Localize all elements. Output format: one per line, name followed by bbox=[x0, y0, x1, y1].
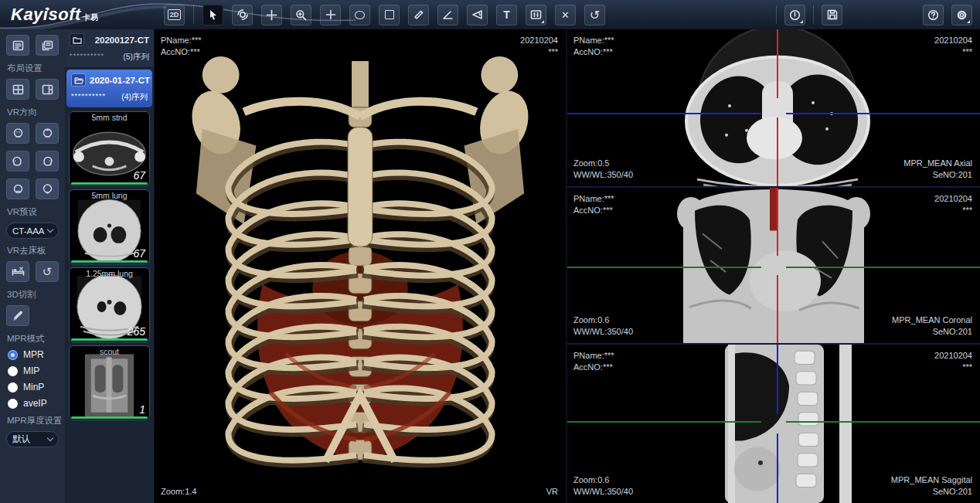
crosshair-tool-button[interactable] bbox=[320, 5, 341, 25]
vr-reset-button[interactable]: ↺ bbox=[36, 261, 59, 282]
cut-tool-button[interactable] bbox=[6, 305, 29, 326]
axial-viewport[interactable]: PName:***AccNO:*** 20210204*** Zoom:0.5W… bbox=[567, 29, 980, 188]
dropdown-corner bbox=[967, 20, 970, 23]
ellipse-icon bbox=[355, 11, 365, 19]
layout-split-button[interactable] bbox=[36, 79, 59, 100]
delete-annotation-button[interactable]: ✕ bbox=[555, 5, 576, 25]
window-preset-button[interactable] bbox=[526, 5, 546, 25]
head-top-icon bbox=[12, 183, 24, 195]
cut-section-label: 3D切割 bbox=[7, 289, 59, 301]
measure-tool-button[interactable] bbox=[408, 5, 429, 25]
patient-id-masked: ********** bbox=[71, 92, 106, 103]
report-info-button[interactable] bbox=[784, 5, 805, 25]
logo-star-icon: ✦ bbox=[45, 5, 51, 13]
study-title: 20200127-CT bbox=[88, 36, 149, 45]
vr-viewport[interactable]: PName:***AccNO:*** 20210204*** Zoom:1.4 … bbox=[155, 29, 567, 503]
thickness-dropdown[interactable]: 默认 bbox=[6, 431, 59, 447]
sagittal-viewport[interactable]: PName:***AccNO:*** 20210204*** Zoom:0.6W… bbox=[567, 345, 980, 503]
series-thumbnail[interactable]: 5mm stnd 67 bbox=[69, 111, 150, 186]
mpr-mode-option-mpr[interactable]: MPR bbox=[8, 349, 59, 360]
thumbnail-count: 1 bbox=[139, 403, 145, 416]
panel-layout-toggle-button[interactable] bbox=[36, 35, 59, 56]
head-left-icon bbox=[12, 156, 24, 167]
reset-view-button[interactable]: ↺ bbox=[584, 5, 605, 25]
thumbnail-progress-bar bbox=[71, 338, 148, 341]
folder-open-icon bbox=[71, 73, 86, 87]
layout-grid-icon bbox=[12, 84, 24, 95]
zoom-in-icon bbox=[295, 9, 307, 21]
study-item[interactable]: 20200127-CT ********** (5)序列 bbox=[65, 29, 154, 68]
vr-direction-section-label: VR方向 bbox=[7, 107, 59, 118]
pan-tool-button[interactable] bbox=[261, 5, 282, 25]
vr-reset-icon: ↺ bbox=[43, 265, 53, 279]
mpr-mode-option-aveip[interactable]: aveIP bbox=[8, 398, 59, 409]
series-thumbnail[interactable]: 5mm lung 67 bbox=[69, 189, 150, 264]
thumbnail-label: scout bbox=[70, 347, 149, 356]
cursor-tool-button[interactable] bbox=[202, 5, 223, 25]
thumbnail-image bbox=[70, 352, 149, 419]
series-count: (4)序列 bbox=[121, 92, 148, 103]
series-thumbnail[interactable]: 1.25mm lung 265 bbox=[69, 267, 150, 342]
vr-preset-value: CT-AAA bbox=[12, 226, 45, 236]
layout-grid-button[interactable] bbox=[6, 79, 29, 100]
mpr-mode-option-mip[interactable]: MIP bbox=[8, 365, 59, 376]
cobb-angle-tool-button[interactable] bbox=[467, 5, 488, 25]
cursor-icon bbox=[208, 9, 219, 20]
app-window: Kayisoft 卡易 ✦ 2D bbox=[0, 0, 980, 503]
chevron-down-icon bbox=[47, 226, 53, 233]
zoom-tool-button[interactable] bbox=[291, 5, 311, 25]
power-info-icon bbox=[789, 9, 801, 21]
vr-rendered-image bbox=[155, 29, 566, 503]
mpr-mode-section-label: MPR模式 bbox=[7, 333, 59, 345]
settings-button[interactable] bbox=[951, 5, 972, 25]
save-icon bbox=[827, 9, 838, 20]
mpr-mode-option-minp[interactable]: MinP bbox=[8, 382, 59, 393]
coronal-image bbox=[567, 188, 980, 343]
series-list-toggle-button[interactable] bbox=[6, 35, 29, 56]
view-2d-button[interactable]: 2D bbox=[164, 5, 185, 25]
text-tool-button[interactable]: T bbox=[496, 5, 517, 25]
thumbnail-label: 5mm lung bbox=[70, 191, 149, 200]
axial-image bbox=[567, 29, 980, 186]
save-button[interactable] bbox=[822, 5, 842, 25]
rectangle-tool-button[interactable] bbox=[379, 5, 400, 25]
ruler-pencil-icon bbox=[413, 9, 424, 21]
thickness-value: 默认 bbox=[12, 433, 30, 445]
ellipse-tool-button[interactable] bbox=[349, 5, 370, 25]
vr-orient-foot-button[interactable] bbox=[36, 178, 59, 199]
vr-preset-dropdown[interactable]: CT-AAA bbox=[6, 223, 59, 239]
crosshair-icon bbox=[325, 9, 336, 20]
radio-selected-icon bbox=[8, 350, 18, 360]
remove-bed-icon bbox=[12, 267, 25, 277]
angle-tool-button[interactable] bbox=[437, 5, 458, 25]
app-logo-cn: 卡易 bbox=[83, 12, 98, 23]
rotate-3d-button[interactable] bbox=[232, 5, 253, 25]
vr-preset-section-label: VR预设 bbox=[7, 206, 59, 218]
vr-orient-left-button[interactable] bbox=[6, 151, 29, 172]
series-count: (5)序列 bbox=[123, 52, 149, 63]
top-bar: Kayisoft 卡易 ✦ 2D bbox=[0, 0, 980, 29]
2d-icon: 2D bbox=[168, 9, 182, 20]
thickness-section-label: MPR厚度设置 bbox=[7, 415, 59, 427]
chevron-down-icon bbox=[47, 435, 53, 441]
toolbar-separator bbox=[813, 5, 814, 24]
vr-orient-posterior-button[interactable] bbox=[36, 123, 59, 144]
radio-icon bbox=[8, 399, 18, 409]
coronal-viewport[interactable]: PName:***AccNO:*** 20210204*** Zoom:0.6W… bbox=[567, 188, 980, 345]
sagittal-image bbox=[567, 345, 980, 503]
radio-icon bbox=[8, 366, 18, 376]
series-thumbnail[interactable]: scout 1 bbox=[69, 345, 150, 420]
remove-bed-section-label: VR去床板 bbox=[7, 245, 59, 257]
thumbnail-label: 1.25mm lung bbox=[70, 269, 149, 278]
study-item-active[interactable]: 2020-01-27-CT ********** (4)序列 bbox=[66, 70, 152, 108]
delete-icon: ✕ bbox=[561, 9, 570, 21]
toolbar-right bbox=[776, 5, 980, 25]
thumbnail-label: 5mm stnd bbox=[70, 113, 149, 122]
vr-orient-head-button[interactable] bbox=[6, 178, 29, 199]
toolbar: 2D bbox=[164, 5, 605, 25]
layout-section-label: 布局设置 bbox=[7, 63, 59, 74]
vr-orient-right-button[interactable] bbox=[36, 151, 59, 172]
help-button[interactable] bbox=[923, 5, 944, 25]
vr-orient-anterior-button[interactable] bbox=[6, 123, 29, 144]
remove-bed-button[interactable] bbox=[6, 261, 29, 282]
